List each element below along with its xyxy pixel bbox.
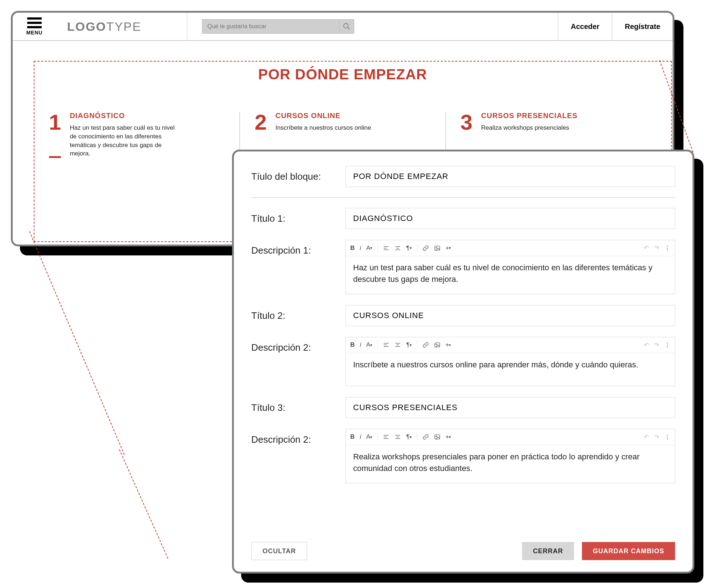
font-size-icon[interactable]: A▾ [366, 341, 372, 349]
align-left-icon[interactable] [383, 245, 389, 251]
undo-icon[interactable]: ↶ [644, 341, 649, 349]
font-size-icon[interactable]: A▾ [366, 245, 372, 252]
label-title-1: Título 1: [251, 208, 346, 224]
svg-point-25 [436, 436, 437, 437]
image-icon[interactable] [434, 342, 441, 348]
close-button[interactable]: CERRAR [522, 542, 574, 560]
rte-1: B i A▾ ¶▾ +▾ [346, 240, 675, 294]
login-link[interactable]: Acceder [558, 13, 612, 40]
insert-icon[interactable]: +▾ [446, 433, 451, 441]
step-desc: Inscríbete a nuestros cursos online [276, 124, 371, 132]
logo-light: TYPE [106, 20, 141, 34]
link-icon[interactable] [422, 434, 429, 440]
svg-rect-8 [435, 246, 440, 250]
rte-body-2[interactable]: Inscríbete a nuestros cursos online para… [346, 353, 675, 386]
search-icon [343, 22, 351, 30]
label-title-2: Título 2: [251, 305, 346, 321]
paragraph-icon[interactable]: ¶▾ [406, 341, 412, 349]
more-icon[interactable]: ⋮ [664, 433, 670, 441]
connector-line [119, 449, 168, 559]
italic-icon[interactable]: i [360, 341, 361, 349]
bold-icon[interactable]: B [350, 245, 355, 252]
search-input[interactable] [202, 19, 339, 34]
align-center-icon[interactable] [394, 245, 401, 251]
rte-toolbar: B i A▾ ¶▾ +▾ [346, 240, 675, 256]
editor-footer: OCULTAR CERRAR GUARDAR CAMBIOS [251, 542, 675, 560]
redo-icon[interactable]: ↷ [654, 433, 659, 441]
paragraph-icon[interactable]: ¶▾ [406, 245, 412, 252]
rte-toolbar: B i A▾ ¶▾ +▾ [346, 429, 675, 445]
label-desc-1: Descripción 1: [251, 240, 346, 256]
rte-body-1[interactable]: Haz un test para saber cuál es tu nivel … [346, 256, 675, 294]
signup-link[interactable]: Regístrate [612, 13, 673, 40]
insert-icon[interactable]: +▾ [446, 245, 451, 252]
logo: LOGOTYPE [56, 13, 187, 40]
link-icon[interactable] [422, 245, 429, 251]
menu-button[interactable]: MENU [13, 13, 56, 40]
bold-icon[interactable]: B [350, 341, 355, 349]
input-block-title[interactable] [346, 166, 675, 187]
paragraph-icon[interactable]: ¶▾ [406, 433, 412, 441]
insert-icon[interactable]: +▾ [446, 341, 451, 349]
image-icon[interactable] [434, 434, 441, 440]
search-button[interactable] [339, 19, 354, 34]
align-left-icon[interactable] [383, 342, 389, 348]
label-title-3: Título 3: [251, 397, 346, 413]
step-title: DIAGNÓSTICO [70, 112, 178, 120]
align-left-icon[interactable] [383, 434, 389, 440]
rte-3: B i A▾ ¶▾ +▾ [346, 429, 675, 483]
align-center-icon[interactable] [394, 434, 401, 440]
step-desc: Haz un test para saber cuál es tu nivel … [70, 124, 178, 158]
input-title-1[interactable] [346, 208, 675, 229]
search-area [187, 13, 558, 40]
italic-icon[interactable]: i [360, 433, 361, 441]
svg-point-9 [436, 247, 437, 248]
logo-bold: LOGO [67, 20, 106, 34]
link-icon[interactable] [422, 342, 429, 348]
step-title: CURSOS ONLINE [276, 112, 371, 120]
bold-icon[interactable]: B [350, 433, 355, 441]
undo-icon[interactable]: ↶ [644, 244, 649, 252]
step-1[interactable]: 1 DIAGNÓSTICO Haz un test para saber cuá… [34, 112, 239, 158]
step-desc: Realiza workshops presenciales [481, 124, 578, 132]
undo-icon[interactable]: ↶ [644, 433, 649, 441]
menu-label: MENU [26, 30, 42, 36]
rte-body-3[interactable]: Realiza workshops presenciales para pone… [346, 445, 675, 483]
image-icon[interactable] [434, 245, 441, 251]
input-title-2[interactable] [346, 305, 675, 326]
step-title: CURSOS PRESENCIALES [481, 112, 578, 120]
auth-links: Acceder Regístrate [558, 13, 673, 40]
font-size-icon[interactable]: A▾ [366, 433, 372, 441]
site-header: MENU LOGOTYPE Acceder Regístrate [13, 13, 673, 41]
block-editor-panel: Tíulo del bloque: Título 1: Descripción … [232, 150, 694, 574]
redo-icon[interactable]: ↷ [654, 341, 659, 349]
svg-rect-24 [435, 435, 440, 439]
label-block-title: Tíulo del bloque: [251, 166, 346, 182]
section-title: POR DÓNDE EMPEZAR [34, 66, 651, 83]
rte-2: B i A▾ ¶▾ +▾ [346, 337, 675, 386]
connector-line [29, 231, 125, 455]
redo-icon[interactable]: ↷ [654, 244, 659, 252]
italic-icon[interactable]: i [360, 245, 361, 252]
more-icon[interactable]: ⋮ [664, 244, 670, 252]
hamburger-icon [27, 17, 42, 28]
label-desc-3: Descripción 2: [251, 429, 346, 445]
svg-rect-16 [435, 343, 440, 347]
hide-button[interactable]: OCULTAR [251, 542, 307, 560]
save-button[interactable]: GUARDAR CAMBIOS [582, 542, 675, 560]
input-title-3[interactable] [346, 397, 675, 418]
label-desc-2: Descripción 2: [251, 337, 346, 353]
step-number: 1 [49, 112, 61, 158]
align-center-icon[interactable] [394, 342, 401, 348]
svg-point-0 [344, 24, 348, 28]
rte-toolbar: B i A▾ ¶▾ +▾ [346, 337, 675, 353]
svg-point-17 [436, 344, 437, 345]
svg-line-1 [348, 28, 350, 30]
more-icon[interactable]: ⋮ [664, 341, 670, 349]
